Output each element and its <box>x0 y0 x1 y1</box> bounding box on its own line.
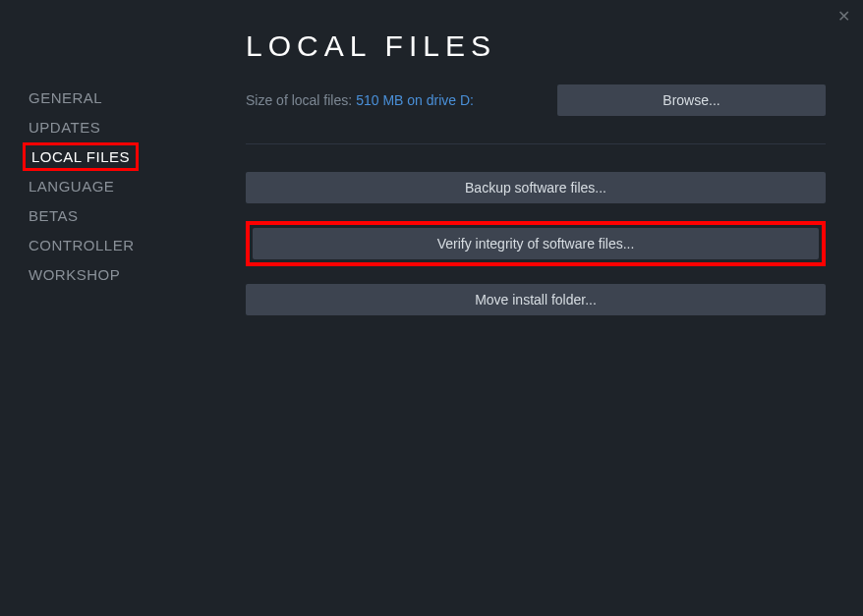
verify-integrity-button[interactable]: Verify integrity of software files... <box>253 228 819 259</box>
size-row: Size of local files: 510 MB on drive D: … <box>246 84 826 116</box>
close-icon[interactable]: ✕ <box>834 6 853 26</box>
sidebar-item-local-files[interactable]: LOCAL FILES <box>23 142 139 171</box>
size-value: 510 MB on drive D: <box>356 92 474 108</box>
sidebar-item-updates[interactable]: UPDATES <box>23 113 106 141</box>
browse-button[interactable]: Browse... <box>557 84 826 116</box>
sidebar-item-general[interactable]: GENERAL <box>23 84 108 112</box>
main-panel: LOCAL FILES Size of local files: 510 MB … <box>197 29 863 616</box>
sidebar-item-workshop[interactable]: WORKSHOP <box>23 260 126 289</box>
sidebar-item-controller[interactable]: CONTROLLER <box>23 231 141 259</box>
sidebar-item-betas[interactable]: BETAS <box>23 201 85 230</box>
sidebar-item-language[interactable]: LANGUAGE <box>23 172 120 200</box>
move-folder-button[interactable]: Move install folder... <box>246 284 826 315</box>
size-label: Size of local files: <box>246 92 352 108</box>
page-title: LOCAL FILES <box>246 29 826 63</box>
backup-button[interactable]: Backup software files... <box>246 172 826 203</box>
properties-window: GENERAL UPDATES LOCAL FILES LANGUAGE BET… <box>0 0 863 616</box>
divider <box>246 143 826 144</box>
sidebar: GENERAL UPDATES LOCAL FILES LANGUAGE BET… <box>0 29 197 616</box>
